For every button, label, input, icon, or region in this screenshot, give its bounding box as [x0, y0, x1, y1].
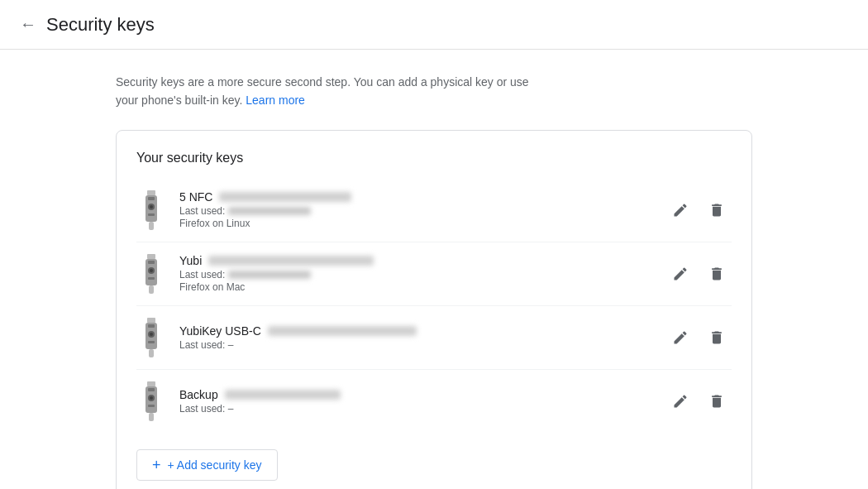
key-info: Backup Last used: –	[179, 388, 652, 415]
key-last-used: Last used: –	[179, 339, 652, 351]
key-icon	[136, 252, 166, 295]
key-info: 5 NFC Last used: Firefox on Linux	[179, 190, 652, 229]
key-name-blurred	[219, 192, 351, 202]
svg-rect-9	[148, 261, 155, 264]
back-arrow-icon: ←	[20, 15, 36, 34]
edit-key-button[interactable]	[665, 386, 695, 416]
edit-key-button[interactable]	[665, 259, 695, 289]
key-name-row: 5 NFC	[179, 190, 652, 204]
edit-key-button[interactable]	[665, 195, 695, 225]
delete-icon	[708, 202, 725, 218]
delete-key-button[interactable]	[702, 259, 732, 289]
key-info: YubiKey USB-C Last used: –	[179, 324, 652, 351]
key-actions	[665, 195, 732, 225]
delete-key-button[interactable]	[702, 323, 732, 352]
edit-key-button[interactable]	[665, 323, 695, 352]
add-key-label: + Add security key	[168, 458, 262, 472]
key-name: Yubi	[179, 254, 202, 267]
svg-rect-6	[149, 222, 154, 230]
key-browser: Firefox on Linux	[179, 218, 652, 229]
last-used-blurred	[228, 271, 311, 279]
edit-icon	[672, 202, 689, 218]
key-actions	[665, 259, 732, 289]
list-item: Backup Last used: –	[136, 370, 732, 433]
svg-point-11	[150, 269, 153, 272]
svg-rect-7	[147, 254, 155, 259]
key-name-row: Yubi	[179, 254, 652, 267]
key-name-row: YubiKey USB-C	[179, 324, 652, 338]
key-actions	[665, 323, 732, 352]
svg-rect-21	[147, 381, 155, 386]
usb-key-icon	[140, 190, 163, 230]
key-name: Backup	[179, 388, 218, 401]
key-actions	[665, 386, 732, 416]
last-used-blurred	[228, 207, 311, 215]
delete-key-button[interactable]	[702, 195, 732, 225]
page-title: Security keys	[46, 14, 155, 36]
svg-point-18	[150, 333, 153, 336]
learn-more-link[interactable]: Learn more	[246, 93, 305, 107]
svg-point-25	[150, 396, 153, 400]
list-item: Yubi Last used: Firefox on Mac	[136, 242, 732, 305]
svg-rect-5	[148, 213, 155, 216]
svg-rect-23	[148, 388, 155, 391]
key-last-used: Last used:	[179, 205, 652, 217]
key-name-blurred	[225, 390, 341, 400]
add-security-key-button[interactable]: + + Add security key	[136, 449, 278, 481]
svg-rect-13	[149, 285, 154, 294]
delete-icon	[708, 393, 725, 410]
svg-rect-26	[148, 405, 155, 407]
svg-point-4	[150, 205, 153, 209]
svg-rect-2	[148, 197, 155, 200]
svg-rect-14	[147, 318, 155, 323]
usb-key-icon	[140, 381, 163, 421]
svg-rect-16	[148, 324, 155, 328]
key-icon	[136, 189, 166, 232]
list-item: YubiKey USB-C Last used: –	[136, 306, 732, 369]
svg-rect-27	[149, 413, 154, 421]
page-wrapper: ← Security keys Security keys are a more…	[0, 0, 868, 489]
key-list: 5 NFC Last used: Firefox on Linux	[136, 179, 732, 433]
edit-icon	[672, 266, 689, 282]
security-keys-card: Your security keys	[116, 130, 752, 489]
key-icon	[136, 316, 166, 359]
key-name-row: Backup	[179, 388, 652, 401]
back-button[interactable]: ←	[20, 12, 43, 37]
content-area: Security keys are a more secure second s…	[0, 50, 868, 489]
svg-rect-20	[149, 349, 154, 357]
svg-rect-0	[147, 190, 155, 195]
delete-icon	[708, 266, 725, 282]
page-header: ← Security keys	[0, 0, 868, 50]
key-name: YubiKey USB-C	[179, 324, 261, 338]
svg-rect-12	[148, 277, 155, 280]
key-name-blurred	[268, 326, 417, 336]
svg-rect-19	[148, 341, 155, 343]
card-title: Your security keys	[136, 151, 732, 165]
key-last-used: Last used:	[179, 269, 652, 280]
edit-icon	[672, 329, 689, 346]
edit-icon	[672, 393, 689, 410]
list-item: 5 NFC Last used: Firefox on Linux	[136, 179, 732, 242]
key-name: 5 NFC	[179, 190, 212, 204]
usb-key-icon	[140, 318, 163, 357]
key-icon	[136, 380, 166, 423]
key-browser: Firefox on Mac	[179, 281, 652, 293]
delete-key-button[interactable]	[702, 386, 732, 416]
usb-key-icon	[140, 254, 163, 294]
key-last-used: Last used: –	[179, 403, 652, 415]
description-text: Security keys are a more secure second s…	[116, 73, 546, 110]
plus-icon: +	[152, 458, 161, 472]
key-info: Yubi Last used: Firefox on Mac	[179, 254, 652, 293]
delete-icon	[708, 329, 725, 346]
key-name-blurred	[208, 256, 374, 266]
